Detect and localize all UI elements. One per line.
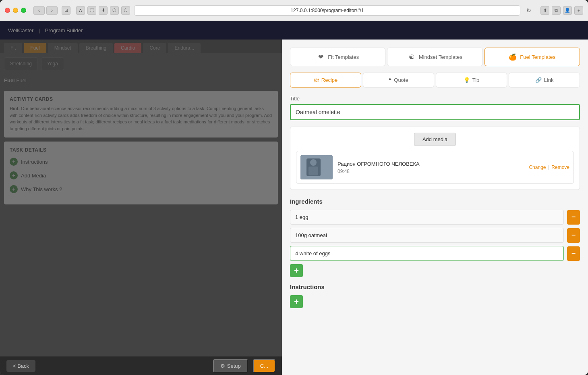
fuel-templates-label: Fuel Templates [520,54,555,60]
ingredient-row-1: − [290,210,580,225]
back-button[interactable]: < Back [6,360,35,372]
tab-fit-templates[interactable]: ❤ Fit Templates [290,48,385,66]
back-nav-button[interactable]: ‹ [33,6,45,15]
video-duration: 09:48 [337,169,524,174]
ext-icon-2[interactable]: ⓘ [87,6,96,15]
video-info: Рацион ОГРОМНОГО ЧЕЛОВЕКА 09:48 [337,161,524,174]
title-input[interactable] [290,104,580,120]
window-actions: ⬆ ⧉ 👤 + [540,6,583,15]
app-logo: WellCaster | Program Builder [8,27,83,34]
left-panel-overlay [0,40,282,375]
right-panel: ❤ Fit Templates ☯ Mindset Templates 🍊 Fu… [282,40,588,375]
video-title: Рацион ОГРОМНОГО ЧЕЛОВЕКА [337,161,524,167]
url-text: 127.0.0.1:8000/program-editor/#/1 [290,8,364,13]
profile-button[interactable]: 👤 [563,6,572,15]
mindset-yin-icon: ☯ [408,53,416,61]
ingredient-input-2[interactable] [290,228,564,243]
title-label: Title [290,96,580,102]
ingredient-input-1[interactable] [290,210,564,225]
reader-icon[interactable]: ⊡ [62,6,70,15]
continue-button[interactable]: C... [253,359,275,373]
setup-button[interactable]: ⚙ Setup [213,359,248,373]
ingredient-row-2: − [290,228,580,243]
address-bar[interactable]: 127.0.0.1:8000/program-editor/#/1 [134,5,520,16]
add-instruction-button[interactable]: + [290,295,303,308]
quote-label: Quote [394,77,408,83]
main-content: Fit Fuel Mindset Breathing Cardio Core E… [0,40,588,375]
video-card: Рацион ОГРОМНОГО ЧЕЛОВЕКА 09:48 Change |… [296,151,574,184]
tip-icon: 💡 [464,77,470,83]
close-button[interactable] [5,8,10,13]
tab-quote[interactable]: ❝ Quote [363,73,434,88]
video-separator: | [548,165,549,170]
nav-buttons: ‹ › [33,6,58,15]
add-media-button[interactable]: Add media [414,133,456,146]
tab-mindset-templates[interactable]: ☯ Mindset Templates [387,48,482,66]
media-area: Add media Рацион ОГРОМ [290,127,580,190]
fuel-orange-icon: 🍊 [509,53,517,61]
svg-rect-3 [308,167,318,175]
add-ingredient-button[interactable]: + [290,264,303,277]
app-window: ‹ › ⊡ A ⓘ ⬇ ⬡ ⬡ 127.0.0.1:8000/program-e… [0,0,588,375]
tab-fuel-templates[interactable]: 🍊 Fuel Templates [484,48,580,66]
ext-icon-3[interactable]: ⬇ [99,6,108,15]
recipe-label: Recipe [321,77,337,83]
extension-icons: A ⓘ ⬇ ⬡ ⬡ [76,6,130,15]
video-preview-svg [300,155,333,179]
ingredients-title: Ingredients [290,198,580,205]
video-thumb-image [300,155,333,179]
remove-ingredient-1-button[interactable]: − [567,210,580,225]
minimize-button[interactable] [13,8,18,13]
video-change-button[interactable]: Change [529,165,546,170]
maximize-button[interactable] [21,8,26,13]
left-panel: Fit Fuel Mindset Breathing Cardio Core E… [0,40,282,375]
traffic-lights [5,8,26,13]
fit-templates-label: Fit Templates [328,54,359,60]
template-type-tabs: ❤ Fit Templates ☯ Mindset Templates 🍊 Fu… [290,48,580,66]
ext-icon-1[interactable]: A [76,6,85,15]
titlebar: ‹ › ⊡ A ⓘ ⬇ ⬡ ⬡ 127.0.0.1:8000/program-e… [0,0,588,21]
mindset-templates-label: Mindset Templates [419,54,462,60]
share-button[interactable]: ⬆ [540,6,549,15]
video-thumbnail [300,155,333,179]
tab-tip[interactable]: 💡 Tip [436,73,507,88]
remove-ingredient-2-button[interactable]: − [567,228,580,243]
app-header: WellCaster | Program Builder [0,21,588,40]
reload-button[interactable]: ↻ [524,6,533,15]
ext-icon-4[interactable]: ⬡ [110,6,119,15]
ext-icon-5[interactable]: ⬡ [121,6,130,15]
forward-nav-button[interactable]: › [46,6,58,15]
tab-link[interactable]: 🔗 Link [509,73,580,88]
svg-point-2 [310,159,317,166]
video-actions: Change | Remove [529,165,569,170]
quote-icon: ❝ [389,77,391,83]
new-tab-button[interactable]: + [574,6,583,15]
tab-recipe[interactable]: 🍽 Recipe [290,73,361,88]
fit-heart-icon: ❤ [317,53,325,61]
bottom-bar: < Back ⚙ Setup C... [0,356,282,375]
setup-label: Setup [227,363,241,369]
link-label: Link [544,77,554,83]
tabs-button[interactable]: ⧉ [552,6,561,15]
ingredient-row-3: − [290,246,580,261]
link-icon: 🔗 [535,77,542,83]
recipe-icon: 🍽 [314,77,319,83]
gear-icon: ⚙ [220,363,225,369]
instructions-title: Instructions [290,283,580,290]
video-remove-button[interactable]: Remove [551,165,569,170]
tip-label: Tip [472,77,480,83]
remove-ingredient-3-button[interactable]: − [567,246,580,261]
content-type-tabs: 🍽 Recipe ❝ Quote 💡 Tip 🔗 Link [290,73,580,88]
ingredient-input-3[interactable] [290,246,564,261]
